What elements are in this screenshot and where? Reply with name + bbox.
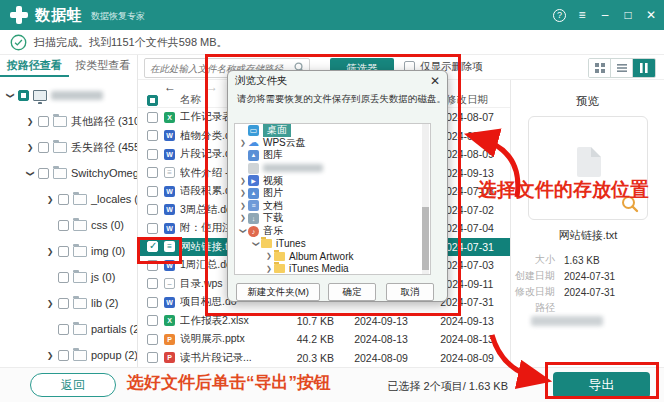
scan-complete-check-icon	[10, 34, 27, 51]
expand-caret-icon[interactable]	[44, 195, 56, 204]
file-size: 44.2 KB	[282, 333, 338, 345]
sidebar-tree-item[interactable]	[0, 82, 137, 108]
expand-caret-icon[interactable]	[4, 91, 16, 100]
folder-tree: 其他路径 (310) 丢失路径 (455) SwitchyOmega_Chrom…	[0, 77, 137, 367]
nav-back-icon[interactable]: ←	[164, 82, 176, 92]
tree-checkbox[interactable]	[58, 194, 69, 205]
tree-item-label: css	[91, 219, 108, 231]
row-checkbox[interactable]	[147, 278, 158, 289]
tree-checkbox[interactable]	[58, 324, 69, 335]
tree-item-label: popup	[91, 349, 122, 361]
menu-icon[interactable]: ≡	[575, 8, 589, 22]
select-all-checkbox[interactable]	[147, 95, 158, 106]
maximize-icon[interactable]: □	[621, 8, 635, 22]
tree-checkbox[interactable]	[58, 246, 69, 257]
row-checkbox[interactable]	[147, 352, 158, 363]
tree-item-count: (0)	[102, 271, 115, 283]
file-created-date: 2024-08-13	[338, 333, 424, 345]
minimize-icon[interactable]: –	[598, 8, 612, 22]
help-icon[interactable]: ?	[553, 9, 566, 22]
meta-created-value: 2024-07-31	[564, 271, 615, 282]
file-type-icon	[164, 112, 175, 123]
sidebar-tree-item[interactable]: css (0)	[0, 212, 137, 238]
tree-checkbox[interactable]	[58, 298, 69, 309]
row-checkbox[interactable]	[147, 223, 158, 234]
expand-caret-icon[interactable]	[44, 247, 56, 256]
file-name: 说明展示.pptx	[180, 332, 282, 346]
row-checkbox[interactable]	[147, 315, 158, 326]
folder-icon	[73, 350, 87, 361]
file-created-date: 2024-09-13	[338, 315, 424, 327]
sidebar-tree-item[interactable]: _locales (6)	[0, 186, 137, 212]
row-checkbox[interactable]	[147, 204, 158, 215]
file-type-icon	[164, 278, 175, 289]
row-checkbox[interactable]	[147, 112, 158, 123]
preview-meta: 大小1.63 KB 创建日期2024-07-31 修改日期2024-07-31 …	[511, 252, 664, 316]
tree-checkbox[interactable]	[58, 272, 69, 283]
file-type-icon	[164, 352, 175, 363]
tree-checkbox[interactable]	[38, 116, 49, 127]
tree-item-count: (0)	[112, 245, 125, 257]
view-toggle-group	[588, 58, 656, 78]
blurred-path-value	[531, 316, 603, 326]
tree-item-count: (2)	[105, 297, 118, 309]
sidebar-tree-item[interactable]: lib (2)	[0, 290, 137, 316]
sidebar-tree-item[interactable]: 其他路径 (310)	[0, 108, 137, 134]
row-checkbox[interactable]	[147, 297, 158, 308]
row-checkbox[interactable]	[147, 130, 158, 141]
grid-view-icon[interactable]	[589, 59, 611, 77]
file-type-icon	[164, 297, 175, 308]
expand-caret-icon[interactable]	[44, 351, 56, 360]
row-checkbox[interactable]	[147, 186, 158, 197]
row-checkbox[interactable]	[147, 149, 158, 160]
tree-checkbox[interactable]	[18, 90, 29, 101]
tree-checkbox[interactable]	[38, 168, 49, 179]
expand-caret-icon[interactable]	[44, 299, 56, 308]
file-size: 20.3 KB	[282, 352, 338, 364]
annotation-rect-dialog	[205, 54, 461, 316]
tree-item-count: (0)	[111, 219, 124, 231]
expand-caret-icon[interactable]	[24, 143, 36, 152]
file-modified-date: 2024-08-13	[424, 333, 510, 345]
file-row[interactable]: 读书片段记录... 20.3 KB 2024-08-09 2024-08-09	[138, 349, 510, 368]
sidebar-tree-item[interactable]: img (0)	[0, 238, 137, 264]
folder-icon	[73, 194, 87, 205]
tree-checkbox[interactable]	[58, 350, 69, 361]
folder-icon	[73, 246, 87, 257]
row-checkbox[interactable]	[147, 167, 158, 178]
tree-item-count: (310)	[118, 115, 138, 127]
app-logo-icon	[10, 6, 28, 24]
tree-item-label: _locales	[91, 193, 131, 205]
tree-checkbox[interactable]	[58, 220, 69, 231]
row-checkbox[interactable]	[147, 334, 158, 345]
scan-status-text: 扫描完成。找到1151个文件共598 MB。	[34, 35, 228, 50]
file-type-icon	[164, 186, 175, 197]
file-modified-date: 2024-08-09	[424, 352, 510, 364]
file-type-icon	[164, 315, 175, 326]
file-name: 读书片段记录...	[180, 351, 282, 365]
sidebar-tree-item[interactable]: 丢失路径 (455)	[0, 134, 137, 160]
tab-by-path[interactable]: 按路径查看	[0, 55, 69, 77]
app-name: 数据蛙	[35, 6, 83, 25]
folder-icon	[73, 298, 87, 309]
sidebar-tree-item[interactable]: js (0)	[0, 264, 137, 290]
sidebar-tree-item[interactable]: SwitchyOmega_Chromium	[0, 160, 137, 186]
close-icon[interactable]: ✕	[644, 8, 658, 22]
tree-item-label: SwitchyOmega_Chromium	[71, 167, 138, 179]
expand-caret-icon[interactable]	[24, 169, 36, 178]
file-row[interactable]: 说明展示.pptx 44.2 KB 2024-08-13 2024-08-13	[138, 330, 510, 349]
tree-item-label: img	[91, 245, 109, 257]
detail-view-icon[interactable]	[633, 59, 655, 77]
back-button[interactable]: 返回	[30, 373, 116, 397]
tree-checkbox[interactable]	[38, 142, 49, 153]
tree-item-count: (25)	[129, 323, 138, 335]
meta-modified-value: 2024-07-31	[564, 287, 615, 298]
tab-by-type[interactable]: 按类型查看	[69, 55, 138, 77]
file-type-icon	[164, 149, 175, 160]
tree-item-label: lib	[91, 297, 102, 309]
sidebar-tree-item[interactable]: popup (2)	[0, 342, 137, 367]
preview-pane: 预览 网站链接.txt 大小1.63 KB 创建日期2024-07-31 修改日…	[510, 80, 664, 367]
sidebar-tree-item[interactable]: partials (25)	[0, 316, 137, 342]
list-view-icon[interactable]	[611, 59, 633, 77]
expand-caret-icon[interactable]	[24, 117, 36, 126]
